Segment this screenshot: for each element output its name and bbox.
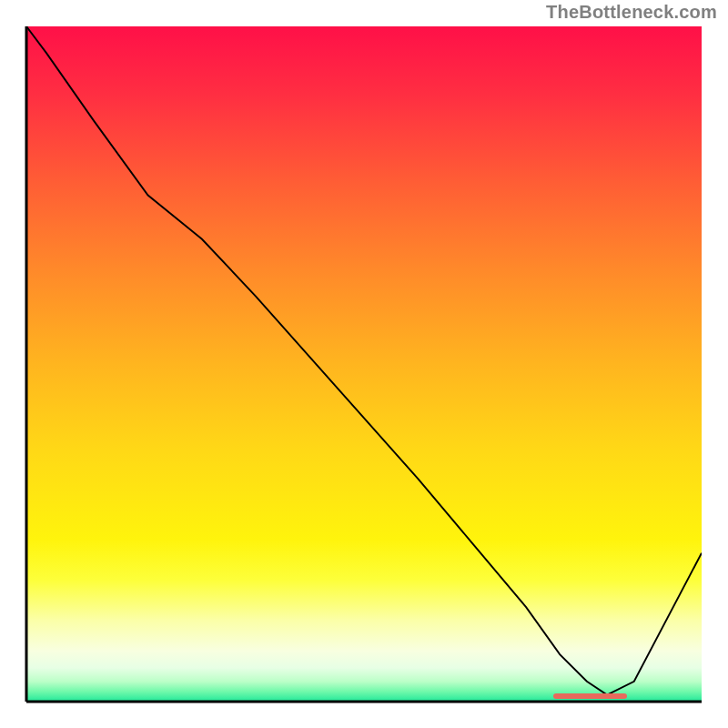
- curve-path: [26, 26, 702, 695]
- watermark-text: TheBottleneck.com: [546, 2, 717, 23]
- line-curve: [26, 26, 702, 702]
- plot-area: [26, 26, 702, 702]
- chart-container: TheBottleneck.com: [0, 0, 728, 728]
- red-strip-annotation: [553, 693, 628, 699]
